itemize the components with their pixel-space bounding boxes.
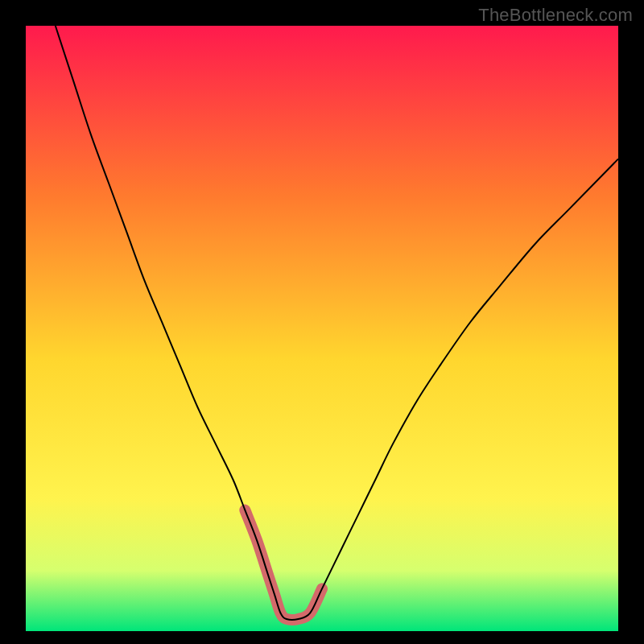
gradient-background bbox=[26, 26, 618, 631]
watermark-text: TheBottleneck.com bbox=[478, 5, 633, 26]
bottleneck-chart bbox=[26, 26, 618, 631]
chart-stage: TheBottleneck.com bbox=[0, 0, 644, 644]
plot-area bbox=[26, 26, 618, 631]
